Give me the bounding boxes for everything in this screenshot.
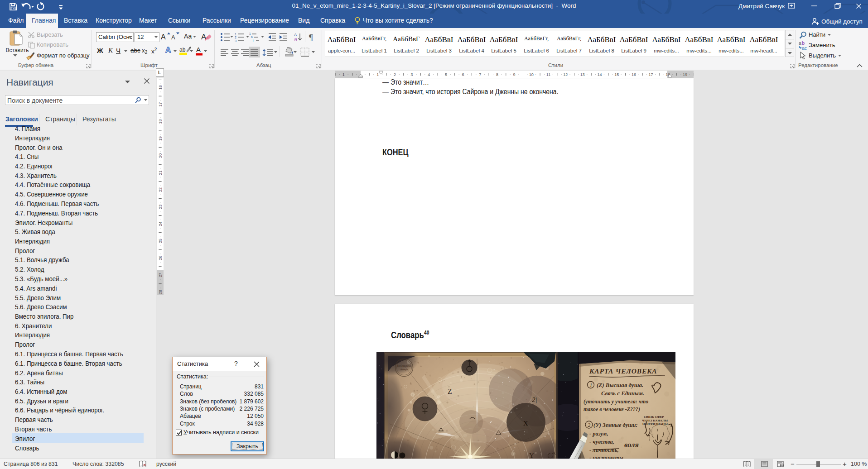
svg-text:А: А	[196, 46, 201, 53]
svg-text:Y: Y	[529, 452, 534, 459]
svg-text:- инстинкты: - инстинкты	[589, 455, 623, 459]
svg-text:СВЯЗЬ СФЕР: СВЯЗЬ СФЕР	[644, 415, 664, 419]
svg-text:i: i	[253, 39, 253, 42]
svg-text:1: 1	[590, 383, 593, 388]
svg-text:(Z) Высшая душа.: (Z) Высшая душа.	[597, 382, 643, 388]
svg-text:5: 5	[445, 72, 447, 77]
svg-text:23: 23	[158, 205, 163, 209]
svg-text:- разум,: - разум,	[589, 431, 608, 437]
svg-text:2|: 2|	[532, 396, 537, 403]
svg-text:Связь с Единым.: Связь с Единым.	[601, 390, 644, 397]
svg-text:16: 16	[632, 72, 636, 77]
svg-text:ac: ac	[802, 45, 807, 50]
svg-text:1: 1	[235, 33, 236, 36]
svg-text:ЧЕРЕЗ КАНАЛЫ: ЧЕРЕЗ КАНАЛЫ	[642, 419, 668, 422]
svg-text:2: 2	[394, 72, 396, 77]
svg-text:А: А	[161, 33, 166, 41]
svg-text:16: 16	[158, 85, 163, 90]
svg-text:1: 1	[249, 32, 251, 35]
svg-text:19: 19	[683, 72, 687, 77]
svg-text:8: 8	[496, 72, 498, 77]
svg-text:27: 27	[158, 273, 163, 277]
svg-text:26: 26	[158, 256, 163, 260]
svg-text:20: 20	[158, 153, 163, 158]
svg-text:22: 22	[158, 187, 163, 192]
svg-text:(уточнить у учителя: что: (уточнить у учителя: что	[583, 398, 648, 405]
svg-text:А: А	[171, 34, 175, 41]
svg-text:- чувства,: - чувства,	[589, 439, 614, 445]
svg-text:1: 1	[342, 72, 345, 77]
svg-text:17: 17	[158, 102, 163, 107]
svg-text:10: 10	[529, 72, 534, 77]
svg-text:3: 3	[410, 72, 413, 77]
svg-text:(У) Земные души:: (У) Земные души:	[593, 422, 638, 428]
svg-text:6: 6	[462, 72, 464, 77]
svg-text:КАРТА ЧЕЛОВЕКА: КАРТА ЧЕЛОВЕКА	[589, 367, 657, 375]
svg-text:А: А	[294, 32, 297, 37]
svg-text:Я: Я	[294, 37, 297, 42]
svg-text:2: 2	[588, 422, 591, 428]
svg-text:28: 28	[158, 290, 163, 294]
svg-text:18: 18	[158, 119, 163, 124]
svg-text:Библиотека: Библиотека	[397, 364, 411, 367]
svg-text:¶: ¶	[309, 33, 313, 42]
svg-text:a: a	[251, 35, 253, 38]
svg-text:11: 11	[546, 72, 550, 77]
svg-text:4: 4	[428, 72, 430, 77]
svg-text:21: 21	[158, 170, 163, 175]
svg-text:2: 2	[235, 36, 236, 39]
svg-text:1: 1	[376, 72, 379, 77]
svg-text:7: 7	[479, 72, 481, 77]
svg-text:воля: воля	[624, 440, 639, 449]
svg-text:14: 14	[597, 72, 602, 77]
svg-text:15: 15	[614, 72, 619, 77]
svg-text:19: 19	[158, 136, 163, 141]
svg-text:12: 12	[563, 72, 568, 77]
svg-text:25: 25	[158, 239, 163, 243]
svg-text:a: a	[799, 41, 801, 46]
svg-text:24: 24	[158, 221, 163, 226]
svg-text:17: 17	[649, 72, 653, 77]
svg-text:13: 13	[580, 72, 585, 77]
svg-text:такое в человеке -Z???): такое в человеке -Z???)	[583, 406, 640, 412]
svg-text:Z: Z	[448, 388, 452, 395]
svg-text:3: 3	[235, 39, 236, 43]
svg-text:X: X	[523, 420, 528, 427]
svg-text:Амира: Амира	[400, 368, 408, 371]
svg-text:9: 9	[513, 72, 516, 77]
svg-text:ab: ab	[179, 47, 186, 53]
